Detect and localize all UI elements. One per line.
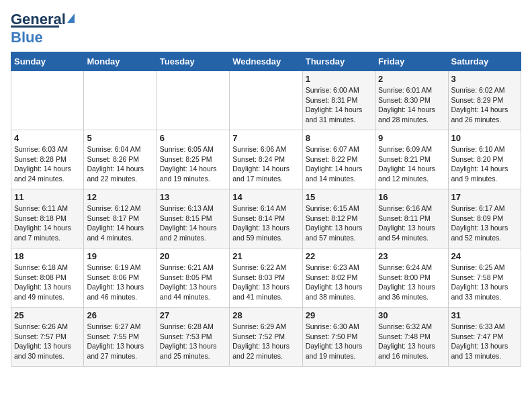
calendar-cell: 7Sunrise: 6:06 AMSunset: 8:24 PMDaylight… — [230, 130, 302, 189]
calendar-cell — [84, 71, 157, 130]
calendar-cell: 16Sunrise: 6:16 AMSunset: 8:11 PMDayligh… — [375, 189, 448, 248]
cell-content: Sunrise: 6:30 AMSunset: 7:50 PMDaylight:… — [306, 322, 372, 361]
cell-content: Sunrise: 6:12 AMSunset: 8:17 PMDaylight:… — [87, 203, 153, 243]
cell-content: Sunrise: 6:02 AMSunset: 8:29 PMDaylight:… — [451, 85, 518, 125]
cell-content: Sunrise: 6:29 AMSunset: 7:52 PMDaylight:… — [232, 322, 299, 361]
day-number: 14 — [232, 192, 299, 202]
calendar-week-row: 18Sunrise: 6:18 AMSunset: 8:08 PMDayligh… — [11, 248, 521, 308]
calendar-cell: 24Sunrise: 6:25 AMSunset: 7:58 PMDayligh… — [448, 248, 521, 308]
calendar-cell: 14Sunrise: 6:14 AMSunset: 8:14 PMDayligh… — [230, 189, 302, 248]
cell-content: Sunrise: 6:10 AMSunset: 8:20 PMDaylight:… — [451, 144, 518, 184]
cell-content: Sunrise: 6:24 AMSunset: 8:00 PMDaylight:… — [378, 263, 445, 302]
day-number: 4 — [14, 133, 81, 143]
cell-content: Sunrise: 6:21 AMSunset: 8:05 PMDaylight:… — [160, 263, 226, 302]
day-number: 3 — [451, 74, 518, 84]
calendar-cell: 25Sunrise: 6:26 AMSunset: 7:57 PMDayligh… — [11, 308, 84, 367]
calendar-cell: 29Sunrise: 6:30 AMSunset: 7:50 PMDayligh… — [302, 308, 375, 367]
cell-content: Sunrise: 6:17 AMSunset: 8:09 PMDaylight:… — [451, 203, 518, 243]
calendar-cell: 4Sunrise: 6:03 AMSunset: 8:28 PMDaylight… — [11, 130, 84, 189]
cell-content: Sunrise: 6:27 AMSunset: 7:55 PMDaylight:… — [87, 322, 153, 361]
cell-content: Sunrise: 6:33 AMSunset: 7:47 PMDaylight:… — [451, 322, 518, 361]
header-sunday: Sunday — [11, 52, 84, 71]
day-number: 7 — [232, 133, 299, 143]
day-number: 15 — [306, 192, 372, 202]
calendar-table: SundayMondayTuesdayWednesdayThursdayFrid… — [11, 52, 521, 367]
day-number: 18 — [14, 251, 81, 261]
cell-content: Sunrise: 6:07 AMSunset: 8:22 PMDaylight:… — [306, 144, 372, 184]
cell-content: Sunrise: 6:13 AMSunset: 8:15 PMDaylight:… — [160, 203, 226, 243]
cell-content: Sunrise: 6:11 AMSunset: 8:18 PMDaylight:… — [14, 203, 81, 243]
day-number: 24 — [451, 251, 518, 261]
calendar-cell: 8Sunrise: 6:07 AMSunset: 8:22 PMDaylight… — [302, 130, 375, 189]
day-number: 25 — [14, 310, 81, 320]
cell-content: Sunrise: 6:15 AMSunset: 8:12 PMDaylight:… — [306, 203, 372, 243]
calendar-cell: 12Sunrise: 6:12 AMSunset: 8:17 PMDayligh… — [84, 189, 157, 248]
cell-content: Sunrise: 6:19 AMSunset: 8:06 PMDaylight:… — [87, 263, 153, 302]
calendar-week-row: 11Sunrise: 6:11 AMSunset: 8:18 PMDayligh… — [11, 189, 521, 248]
cell-content: Sunrise: 6:26 AMSunset: 7:57 PMDaylight:… — [14, 322, 81, 361]
cell-content: Sunrise: 6:09 AMSunset: 8:21 PMDaylight:… — [378, 144, 445, 184]
calendar-week-row: 1Sunrise: 6:00 AMSunset: 8:31 PMDaylight… — [11, 71, 521, 130]
calendar-cell: 5Sunrise: 6:04 AMSunset: 8:26 PMDaylight… — [84, 130, 157, 189]
day-number: 6 — [160, 133, 226, 143]
calendar-cell: 26Sunrise: 6:27 AMSunset: 7:55 PMDayligh… — [84, 308, 157, 367]
cell-content: Sunrise: 6:00 AMSunset: 8:31 PMDaylight:… — [306, 85, 372, 125]
day-number: 19 — [87, 251, 153, 261]
calendar-cell: 13Sunrise: 6:13 AMSunset: 8:15 PMDayligh… — [157, 189, 229, 248]
cell-content: Sunrise: 6:32 AMSunset: 7:48 PMDaylight:… — [378, 322, 445, 361]
calendar-cell — [230, 71, 302, 130]
day-number: 12 — [87, 192, 153, 202]
header-wednesday: Wednesday — [230, 52, 302, 71]
cell-content: Sunrise: 6:23 AMSunset: 8:02 PMDaylight:… — [306, 263, 372, 302]
cell-content: Sunrise: 6:03 AMSunset: 8:28 PMDaylight:… — [14, 144, 81, 184]
day-number: 21 — [232, 251, 299, 261]
day-number: 29 — [306, 310, 372, 320]
day-number: 8 — [306, 133, 372, 143]
cell-content: Sunrise: 6:05 AMSunset: 8:25 PMDaylight:… — [160, 144, 226, 184]
day-number: 11 — [14, 192, 81, 202]
cell-content: Sunrise: 6:18 AMSunset: 8:08 PMDaylight:… — [14, 263, 81, 302]
header-tuesday: Tuesday — [157, 52, 229, 71]
day-number: 28 — [232, 310, 299, 320]
calendar-cell: 11Sunrise: 6:11 AMSunset: 8:18 PMDayligh… — [11, 189, 84, 248]
cell-content: Sunrise: 6:04 AMSunset: 8:26 PMDaylight:… — [87, 144, 153, 184]
cell-content: Sunrise: 6:01 AMSunset: 8:30 PMDaylight:… — [378, 85, 445, 125]
cell-content: Sunrise: 6:06 AMSunset: 8:24 PMDaylight:… — [232, 144, 299, 184]
calendar-cell: 10Sunrise: 6:10 AMSunset: 8:20 PMDayligh… — [448, 130, 521, 189]
logo-underline — [11, 26, 59, 28]
day-number: 9 — [378, 133, 445, 143]
calendar-cell: 28Sunrise: 6:29 AMSunset: 7:52 PMDayligh… — [230, 308, 302, 367]
calendar-cell: 3Sunrise: 6:02 AMSunset: 8:29 PMDaylight… — [448, 71, 521, 130]
calendar-cell: 22Sunrise: 6:23 AMSunset: 8:02 PMDayligh… — [302, 248, 375, 308]
calendar-cell: 20Sunrise: 6:21 AMSunset: 8:05 PMDayligh… — [157, 248, 229, 308]
calendar-cell: 30Sunrise: 6:32 AMSunset: 7:48 PMDayligh… — [375, 308, 448, 367]
calendar-cell: 1Sunrise: 6:00 AMSunset: 8:31 PMDaylight… — [302, 71, 375, 130]
cell-content: Sunrise: 6:28 AMSunset: 7:53 PMDaylight:… — [160, 322, 226, 361]
calendar-cell: 21Sunrise: 6:22 AMSunset: 8:03 PMDayligh… — [230, 248, 302, 308]
day-number: 16 — [378, 192, 445, 202]
calendar-cell: 18Sunrise: 6:18 AMSunset: 8:08 PMDayligh… — [11, 248, 84, 308]
calendar-cell: 19Sunrise: 6:19 AMSunset: 8:06 PMDayligh… — [84, 248, 157, 308]
calendar-cell — [157, 71, 229, 130]
header-friday: Friday — [375, 52, 448, 71]
logo-blue-text: Blue — [11, 29, 43, 46]
cell-content: Sunrise: 6:25 AMSunset: 7:58 PMDaylight:… — [451, 263, 518, 302]
cell-content: Sunrise: 6:14 AMSunset: 8:14 PMDaylight:… — [232, 203, 299, 243]
cell-content: Sunrise: 6:16 AMSunset: 8:11 PMDaylight:… — [378, 203, 445, 243]
calendar-cell: 15Sunrise: 6:15 AMSunset: 8:12 PMDayligh… — [302, 189, 375, 248]
calendar-cell — [11, 71, 84, 130]
calendar-cell: 27Sunrise: 6:28 AMSunset: 7:53 PMDayligh… — [157, 308, 229, 367]
page-header: General Blue — [11, 11, 521, 46]
day-number: 20 — [160, 251, 226, 261]
calendar-cell: 31Sunrise: 6:33 AMSunset: 7:47 PMDayligh… — [448, 308, 521, 367]
calendar-cell: 9Sunrise: 6:09 AMSunset: 8:21 PMDaylight… — [375, 130, 448, 189]
day-number: 23 — [378, 251, 445, 261]
day-number: 10 — [451, 133, 518, 143]
day-number: 27 — [160, 310, 226, 320]
day-number: 30 — [378, 310, 445, 320]
calendar-cell: 17Sunrise: 6:17 AMSunset: 8:09 PMDayligh… — [448, 189, 521, 248]
day-number: 22 — [306, 251, 372, 261]
calendar-cell: 23Sunrise: 6:24 AMSunset: 8:00 PMDayligh… — [375, 248, 448, 308]
day-number: 5 — [87, 133, 153, 143]
logo: General Blue — [11, 11, 75, 46]
